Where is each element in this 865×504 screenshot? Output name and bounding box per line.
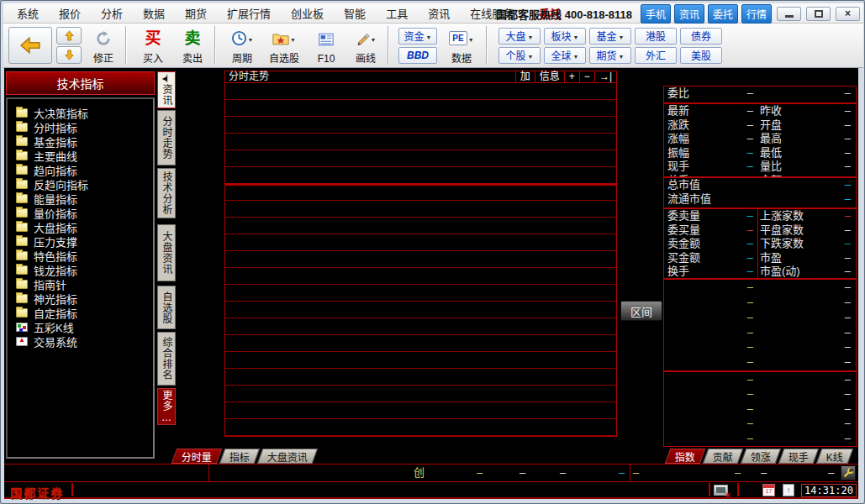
pe-data-button[interactable]: PE 数据: [441, 26, 482, 65]
list-value: –: [845, 281, 851, 295]
side-tab-market-news[interactable]: 大盘资讯: [157, 224, 176, 281]
menu-item-futures[interactable]: 期货: [178, 5, 214, 21]
settings-wrench-button[interactable]: [841, 465, 856, 480]
menu-item-extended-quotes[interactable]: 扩展行情: [220, 5, 277, 21]
intraday-chart-panel: 分时走势 加 信息 + − →|: [224, 71, 617, 437]
next-page-button[interactable]: →|: [594, 71, 616, 82]
tab-indicator[interactable]: 指标: [219, 449, 261, 464]
indicator-item[interactable]: 量价指标: [16, 206, 153, 220]
market-button-index[interactable]: 大盘: [498, 28, 541, 45]
down-button[interactable]: [56, 46, 82, 64]
menu-item-system[interactable]: 系统: [10, 5, 45, 21]
indicator-item[interactable]: 交易系统: [16, 334, 153, 349]
indicator-item[interactable]: 能量指标: [16, 192, 153, 206]
modify-button[interactable]: 修正: [86, 26, 121, 65]
menu-item-analysis[interactable]: 分析: [94, 5, 129, 21]
notepad-upload-icon[interactable]: ↑: [783, 484, 794, 496]
side-tab-technical[interactable]: 技术分析: [157, 168, 176, 218]
chart-bottom-tabs: 分时量 指标 大盘资讯: [174, 449, 315, 464]
up-button[interactable]: [56, 27, 82, 45]
indicator-item[interactable]: 趋向指标: [16, 163, 153, 177]
market-button-hk[interactable]: 港股: [635, 28, 677, 45]
range-button[interactable]: 区间: [620, 301, 662, 321]
indicator-item[interactable]: 压力支撑: [16, 234, 153, 249]
quote-label: 下跌家数: [760, 237, 804, 251]
menu-item-news[interactable]: 资讯: [421, 5, 456, 21]
quote-label: 委比: [667, 87, 689, 101]
period-button[interactable]: 周期: [224, 26, 260, 65]
minimize-button[interactable]: [777, 7, 801, 21]
market-button-bond[interactable]: 债券: [680, 28, 722, 45]
menu-item-quotes[interactable]: 报价: [52, 5, 87, 21]
tab-market-news[interactable]: 大盘资讯: [257, 449, 319, 464]
indicator-item[interactable]: 大盘指标: [16, 220, 153, 234]
quick-button-mobile[interactable]: 手机: [641, 4, 671, 24]
quick-button-entrust[interactable]: 委托: [708, 4, 738, 24]
tab-index[interactable]: 指数: [665, 449, 706, 464]
collapse-panel-icon[interactable]: [162, 74, 171, 84]
quick-button-news[interactable]: 资讯: [674, 4, 704, 24]
maximize-button[interactable]: [806, 7, 831, 21]
indicator-item[interactable]: 分时指标: [16, 120, 153, 134]
quote-label: 最高: [760, 132, 782, 146]
close-button[interactable]: ×: [836, 7, 860, 21]
indicator-item[interactable]: 反趋向指标: [16, 177, 153, 192]
back-button[interactable]: [8, 27, 52, 64]
tab-kline[interactable]: K线: [816, 449, 854, 464]
chart-midline: [225, 183, 616, 186]
draw-line-button[interactable]: 画线: [348, 26, 383, 65]
calendar-icon[interactable]: 17: [762, 484, 775, 496]
tab-volume[interactable]: 分时量: [171, 449, 223, 464]
tab-leaders[interactable]: 领涨: [741, 449, 782, 464]
market-button-futures[interactable]: 期货: [589, 47, 631, 64]
f10-button[interactable]: F10: [309, 26, 344, 65]
indicator-item[interactable]: 特色指标: [16, 249, 153, 263]
menu-item-data[interactable]: 数据: [136, 5, 171, 21]
menu-item-gem[interactable]: 创业板: [284, 5, 330, 21]
tab-contribution[interactable]: 贡献: [703, 449, 744, 464]
market-button-us[interactable]: 美股: [680, 47, 722, 64]
folder-icon: [16, 194, 28, 203]
dropdown-arrow-icon: [528, 30, 534, 42]
funds-button[interactable]: 资金: [398, 28, 437, 45]
sidebar-title: 技术指标: [6, 71, 155, 95]
zoom-in-button[interactable]: +: [564, 71, 579, 82]
indicator-item[interactable]: 钱龙指标: [16, 263, 153, 277]
add-button[interactable]: 加: [515, 71, 535, 82]
market-button-sector[interactable]: 板块: [544, 28, 586, 45]
menu-item-smart[interactable]: 智能: [337, 5, 372, 21]
indicator-item[interactable]: 神光指标: [16, 291, 153, 306]
side-tab-more[interactable]: 更多…: [157, 388, 176, 425]
menu-item-tools[interactable]: 工具: [379, 5, 414, 21]
indicator-item[interactable]: 自定指标: [16, 306, 153, 320]
toolbar: 修正 买 买入 卖 卖出 周期 自选股 F10: [3, 24, 863, 68]
status-value: –: [735, 465, 741, 481]
tab-volume-now[interactable]: 现手: [778, 449, 820, 464]
funds-bbd-group: 资金 BBD: [398, 28, 437, 64]
side-tab-watchlist[interactable]: 自选股: [157, 286, 176, 329]
watchlist-button[interactable]: 自选股: [264, 26, 304, 65]
indicator-item[interactable]: 五彩K线: [16, 320, 153, 334]
market-button-stock[interactable]: 个股: [498, 47, 541, 64]
zoom-out-button[interactable]: −: [579, 71, 594, 82]
market-button-fund[interactable]: 基金: [589, 28, 631, 45]
connection-status-icon[interactable]: [714, 485, 728, 496]
calendar-day: 17: [766, 488, 773, 494]
bbd-button[interactable]: BBD: [398, 47, 437, 64]
side-tab-ranking[interactable]: 综合排名: [157, 332, 176, 386]
side-tab-news[interactable]: 资讯: [157, 71, 176, 108]
info-button[interactable]: 信息: [535, 71, 564, 82]
quick-button-quotes[interactable]: 行情: [741, 4, 772, 24]
indicator-item[interactable]: 大决策指标: [16, 106, 153, 120]
indicator-item[interactable]: 指南针: [16, 277, 153, 291]
side-tab-intraday[interactable]: 分时走势: [157, 110, 176, 165]
market-button-forex[interactable]: 外汇: [635, 47, 677, 64]
list-value: –: [845, 387, 851, 402]
folder-icon: [16, 237, 28, 246]
sell-button[interactable]: 卖 卖出: [175, 26, 210, 65]
buy-button[interactable]: 买 买入: [135, 26, 171, 65]
indicator-item[interactable]: 主要曲线: [16, 149, 153, 163]
market-button-global[interactable]: 全球: [544, 47, 586, 64]
quote-label: 振幅: [667, 146, 689, 160]
indicator-item[interactable]: 基金指标: [16, 134, 153, 149]
